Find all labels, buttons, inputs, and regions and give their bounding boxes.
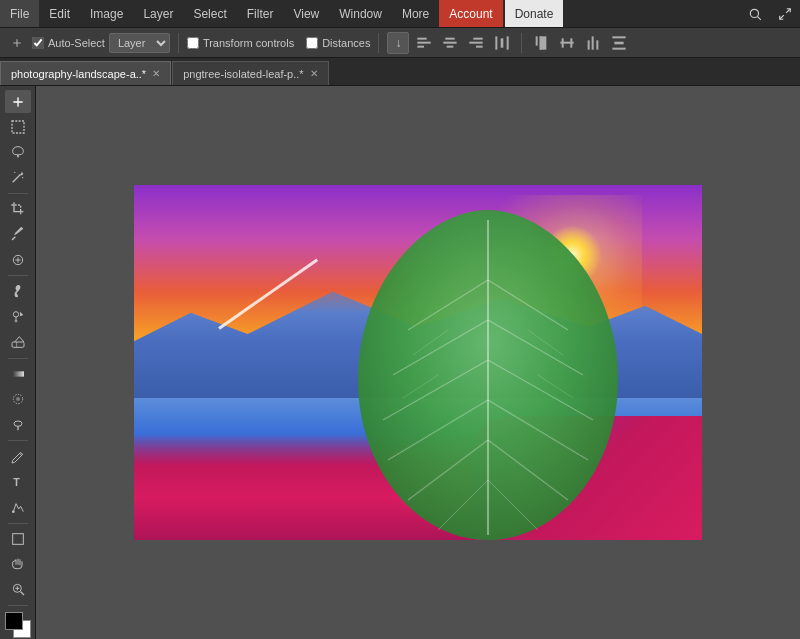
menu-view[interactable]: View	[283, 0, 329, 27]
layer-select[interactable]: Layer Group	[109, 33, 170, 53]
svg-rect-24	[597, 40, 599, 49]
align-top-icon[interactable]	[530, 32, 552, 54]
align-middle-icon[interactable]	[556, 32, 578, 54]
svg-rect-23	[592, 36, 594, 49]
svg-rect-46	[12, 534, 23, 545]
svg-rect-6	[418, 45, 425, 47]
svg-rect-10	[474, 37, 483, 39]
menu-filter[interactable]: Filter	[237, 0, 284, 27]
tool-shape[interactable]	[5, 527, 31, 550]
tool-heal[interactable]	[5, 248, 31, 271]
canvas-image[interactable]	[134, 185, 702, 540]
tool-eraser[interactable]	[5, 330, 31, 353]
align-center-icon[interactable]	[439, 32, 461, 54]
svg-rect-7	[446, 37, 455, 39]
left-toolbar: T	[0, 86, 36, 639]
menu-select[interactable]: Select	[183, 0, 236, 27]
svg-point-31	[22, 177, 23, 178]
toolbar-separator-3	[521, 33, 522, 53]
tab-landscape-close[interactable]: ✕	[152, 69, 160, 79]
tool-hand[interactable]	[5, 553, 31, 576]
distribute-v-icon[interactable]	[608, 32, 630, 54]
tab-landscape[interactable]: photography-landscape-a..* ✕	[0, 61, 171, 85]
transform-controls-checkbox[interactable]	[187, 37, 199, 49]
tool-pen[interactable]	[5, 445, 31, 468]
tool-lasso[interactable]	[5, 140, 31, 163]
svg-rect-5	[418, 41, 431, 43]
distances-label: Distances	[322, 37, 370, 49]
menu-bar: File Edit Image Layer Select Filter View…	[0, 0, 800, 28]
svg-rect-4	[418, 37, 427, 39]
tab-leaf-close[interactable]: ✕	[310, 69, 318, 79]
distances-group: Distances	[306, 37, 370, 49]
tool-rect-select[interactable]	[5, 115, 31, 138]
tool-separator-3	[8, 358, 28, 359]
search-button[interactable]	[740, 0, 770, 27]
svg-point-45	[12, 510, 15, 513]
tool-separator-5	[8, 523, 28, 524]
align-right-icon[interactable]	[465, 32, 487, 54]
menu-layer[interactable]: Layer	[133, 0, 183, 27]
main-area: T	[0, 86, 800, 639]
color-swatches[interactable]	[5, 612, 31, 635]
foreground-color-swatch[interactable]	[5, 612, 23, 630]
svg-rect-13	[496, 36, 498, 49]
svg-rect-26	[615, 41, 624, 44]
fullscreen-button[interactable]	[770, 0, 800, 27]
svg-rect-25	[613, 36, 626, 38]
tool-zoom[interactable]	[5, 578, 31, 601]
svg-rect-28	[12, 121, 24, 133]
tool-path-select[interactable]	[5, 495, 31, 518]
tool-crop[interactable]	[5, 198, 31, 221]
tool-separator-6	[8, 605, 28, 606]
menu-image[interactable]: Image	[80, 0, 133, 27]
svg-rect-16	[536, 36, 538, 45]
svg-line-3	[780, 15, 784, 19]
tool-eyedropper[interactable]	[5, 223, 31, 246]
tool-brush[interactable]	[5, 280, 31, 303]
transform-controls-label: Transform controls	[203, 37, 294, 49]
download-icon-btn[interactable]: ↓	[387, 32, 409, 54]
align-left-icon[interactable]	[413, 32, 435, 54]
menu-file[interactable]: File	[0, 0, 39, 27]
tool-separator-4	[8, 440, 28, 441]
svg-rect-11	[470, 41, 483, 43]
menu-edit[interactable]: Edit	[39, 0, 80, 27]
distances-checkbox[interactable]	[306, 37, 318, 49]
tool-move[interactable]	[5, 90, 31, 113]
svg-line-1	[758, 16, 761, 19]
toolbar: Auto-Select Layer Group Transform contro…	[0, 28, 800, 58]
svg-text:T: T	[13, 476, 20, 488]
svg-rect-18	[540, 36, 542, 49]
tool-text[interactable]: T	[5, 470, 31, 493]
svg-rect-39	[12, 371, 24, 376]
distribute-h-icon[interactable]	[491, 32, 513, 54]
svg-point-0	[750, 9, 758, 17]
menu-account[interactable]: Account	[439, 0, 502, 27]
menu-donate[interactable]: Donate	[505, 0, 564, 27]
tabs-bar: photography-landscape-a..* ✕ pngtree-iso…	[0, 58, 800, 86]
svg-rect-37	[12, 342, 24, 347]
auto-select-checkbox[interactable]	[32, 37, 44, 49]
svg-point-36	[13, 312, 18, 317]
align-bottom-icon[interactable]	[582, 32, 604, 54]
svg-line-29	[12, 174, 20, 182]
menu-more[interactable]: More	[392, 0, 439, 27]
tool-magic-wand[interactable]	[5, 166, 31, 189]
tool-blur[interactable]	[5, 388, 31, 411]
svg-rect-22	[588, 40, 590, 49]
svg-rect-12	[476, 45, 483, 47]
tab-leaf[interactable]: pngtree-isolated-leaf-p..* ✕	[172, 61, 328, 85]
svg-line-48	[20, 592, 23, 595]
svg-rect-21	[561, 41, 574, 43]
tool-gradient[interactable]	[5, 363, 31, 386]
canvas-container	[134, 185, 702, 540]
canvas-leaf	[348, 200, 628, 540]
menu-window[interactable]: Window	[329, 0, 392, 27]
tool-clone[interactable]	[5, 305, 31, 328]
svg-line-2	[786, 8, 790, 12]
tool-dodge[interactable]	[5, 413, 31, 436]
tool-separator-1	[8, 193, 28, 194]
canvas-area	[36, 86, 800, 639]
svg-rect-9	[447, 45, 454, 47]
